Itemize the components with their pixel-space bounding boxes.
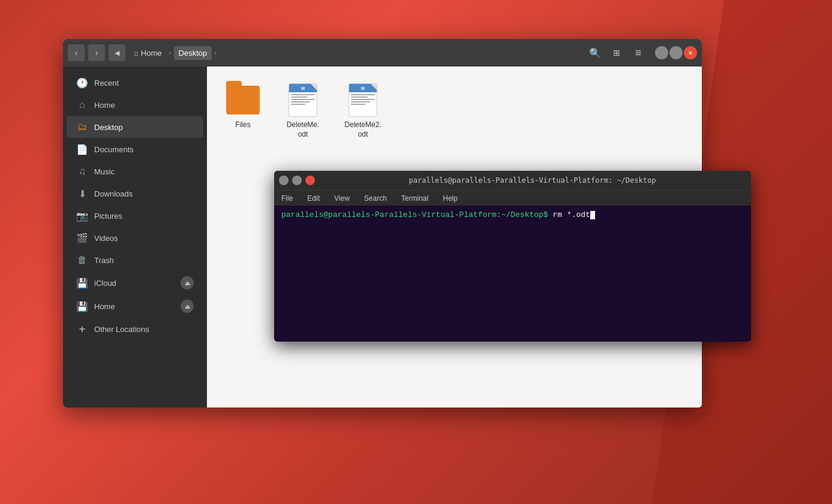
- deleteme1-name: DeleteMe.odt: [287, 120, 320, 139]
- downloads-icon: ⬇: [76, 188, 88, 200]
- sidebar-item-desktop[interactable]: 🗂 Desktop: [67, 116, 203, 138]
- term-minimize-button[interactable]: [279, 176, 289, 185]
- videos-icon: 🎬: [76, 232, 88, 244]
- breadcrumb-separator: ›: [169, 49, 172, 57]
- view-options-button[interactable]: ⊞: [607, 43, 626, 62]
- terminal-title: parallels@parallels-Parallels-Virtual-Pl…: [319, 176, 746, 185]
- home2-icon: 💾: [76, 300, 88, 312]
- other-locations-icon: +: [76, 323, 88, 335]
- doc-line: [351, 96, 368, 98]
- pictures-icon: 📷: [76, 210, 88, 222]
- files-folder-name: Files: [235, 120, 250, 130]
- music-icon: ♫: [76, 165, 88, 177]
- terminal-command: rm *.odt: [548, 210, 590, 219]
- sidebar-item-recent[interactable]: 🕐 Recent: [67, 72, 203, 93]
- sidebar-home2-label: Home: [94, 302, 115, 311]
- sidebar-icloud-label: iCloud: [94, 279, 116, 288]
- home-nav-icon: ⌂: [76, 99, 88, 111]
- nav-forward-button[interactable]: ›: [88, 44, 105, 61]
- sidebar-videos-label: Videos: [94, 234, 118, 243]
- sidebar-downloads-label: Downloads: [94, 189, 133, 198]
- doc-line: [351, 101, 370, 102]
- term-close-button[interactable]: [305, 176, 315, 185]
- sidebar: 🕐 Recent ⌂ Home 🗂 Desktop 📄 Documents ♫ …: [63, 67, 207, 408]
- maximize-button[interactable]: [669, 46, 683, 59]
- window-controls: ✕: [655, 46, 697, 59]
- sidebar-item-pictures[interactable]: 📷 Pictures: [67, 205, 203, 227]
- menu-button[interactable]: ≡: [629, 43, 648, 62]
- doc-line: [291, 94, 315, 95]
- minimize-button[interactable]: [655, 46, 668, 59]
- sidebar-item-home[interactable]: ⌂ Home: [67, 94, 203, 116]
- sidebar-pictures-label: Pictures: [94, 212, 122, 221]
- term-menu-search[interactable]: Search: [362, 193, 389, 204]
- sidebar-trash-label: Trash: [94, 256, 114, 265]
- nav-up-button[interactable]: ◀: [109, 44, 125, 61]
- deleteme1-icon: W: [286, 83, 320, 117]
- doc-line: [351, 104, 365, 105]
- sidebar-other-locations-label: Other Locations: [94, 325, 149, 334]
- doc-line: [291, 96, 308, 98]
- desktop-icon: 🗂: [76, 121, 88, 133]
- odt-shape-2: W: [349, 83, 377, 117]
- sidebar-item-music[interactable]: ♫ Music: [67, 161, 203, 182]
- term-maximize-button[interactable]: [292, 176, 302, 185]
- terminal-menubar: File Edit View Search Terminal Help: [274, 190, 751, 206]
- odt-lines-1: [289, 92, 317, 116]
- odt-shape-1: W: [289, 83, 317, 117]
- nav-back-button[interactable]: ‹: [68, 44, 85, 61]
- sidebar-item-icloud[interactable]: 💾 iCloud ⏏: [67, 271, 203, 294]
- trash-icon: 🗑: [76, 254, 88, 266]
- terminal-titlebar: parallels@parallels-Parallels-Virtual-Pl…: [274, 171, 751, 190]
- doc-line: [291, 101, 310, 102]
- breadcrumb-home-label: Home: [141, 49, 162, 58]
- breadcrumb-bar: ⌂ Home › Desktop ›: [129, 46, 582, 60]
- deleteme2-icon: W: [346, 83, 380, 117]
- term-menu-edit[interactable]: Edit: [305, 193, 322, 204]
- breadcrumb-desktop[interactable]: Desktop: [174, 46, 212, 60]
- home2-eject-button[interactable]: ⏏: [181, 300, 194, 313]
- breadcrumb-desktop-label: Desktop: [179, 49, 208, 58]
- odt-lines-2: [349, 92, 377, 116]
- doc-line: [291, 99, 315, 100]
- sidebar-item-documents[interactable]: 📄 Documents: [67, 138, 203, 160]
- file-manager-titlebar: ‹ › ◀ ⌂ Home › Desktop › 🔍 ⊞ ≡ ✕: [63, 39, 702, 67]
- icloud-eject-button[interactable]: ⏏: [181, 276, 194, 289]
- terminal-body[interactable]: parallels@parallels-Parallels-Virtual-Pl…: [274, 206, 751, 342]
- folder-shape: [226, 86, 260, 114]
- breadcrumb-home[interactable]: ⌂ Home: [129, 46, 167, 60]
- terminal-window: parallels@parallels-Parallels-Virtual-Pl…: [274, 171, 751, 342]
- sidebar-music-label: Music: [94, 167, 115, 176]
- file-item-deleteme1[interactable]: W DeleteMe.odt: [279, 79, 327, 144]
- file-item-files[interactable]: Files: [219, 79, 267, 144]
- file-item-deleteme2[interactable]: W DeleteMe2.odt: [339, 79, 387, 144]
- sidebar-item-home2[interactable]: 💾 Home ⏏: [67, 295, 203, 318]
- documents-icon: 📄: [76, 143, 88, 155]
- deleteme2-name: DeleteMe2.odt: [344, 120, 381, 139]
- toolbar-actions: 🔍 ⊞ ≡: [585, 43, 648, 62]
- sidebar-item-other-locations[interactable]: + Other Locations: [67, 318, 203, 340]
- breadcrumb-end-separator: ›: [214, 49, 217, 57]
- files-grid: Files W: [219, 79, 690, 144]
- sidebar-item-videos[interactable]: 🎬 Videos: [67, 227, 203, 249]
- home-icon: ⌂: [134, 49, 139, 58]
- sidebar-home-label: Home: [94, 101, 115, 110]
- sidebar-item-downloads[interactable]: ⬇ Downloads: [67, 183, 203, 204]
- files-folder-icon: [226, 83, 260, 117]
- doc-line: [351, 94, 375, 95]
- sidebar-recent-label: Recent: [94, 79, 119, 87]
- close-button[interactable]: ✕: [684, 46, 697, 59]
- terminal-prompt: parallels@parallels-Parallels-Virtual-Pl…: [281, 210, 548, 219]
- icloud-icon: 💾: [76, 277, 88, 289]
- doc-line: [351, 99, 375, 100]
- term-menu-view[interactable]: View: [332, 193, 352, 204]
- sidebar-item-trash[interactable]: 🗑 Trash: [67, 249, 203, 271]
- sidebar-documents-label: Documents: [94, 145, 134, 154]
- term-menu-file[interactable]: File: [279, 193, 295, 204]
- terminal-cursor: [590, 211, 595, 219]
- search-button[interactable]: 🔍: [585, 43, 605, 62]
- doc-line: [291, 104, 305, 105]
- term-menu-terminal[interactable]: Terminal: [399, 193, 431, 204]
- recent-icon: 🕐: [76, 77, 88, 89]
- term-menu-help[interactable]: Help: [440, 193, 460, 204]
